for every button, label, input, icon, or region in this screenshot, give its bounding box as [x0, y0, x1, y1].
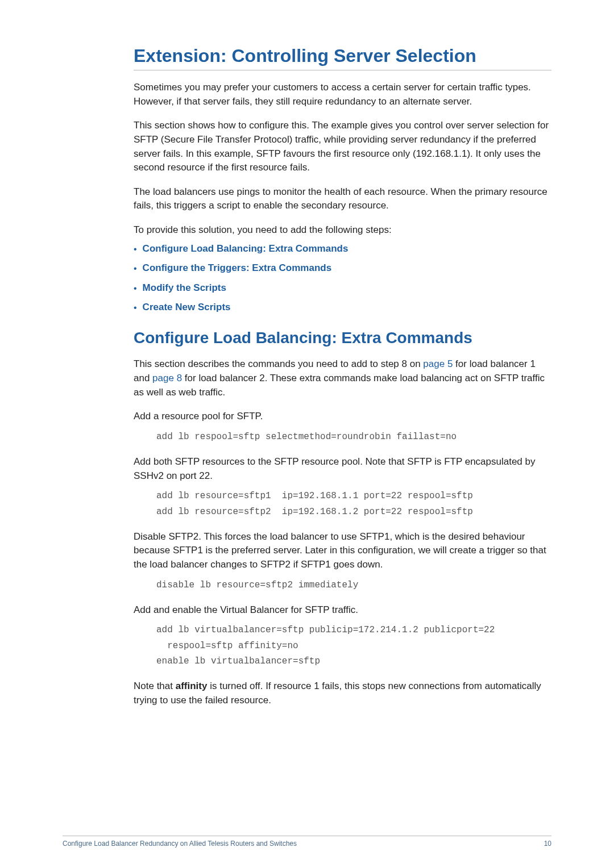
text-fragment: Note that	[134, 681, 176, 691]
instruction-add-respool: Add a resource pool for SFTP.	[134, 410, 551, 424]
list-item: • Configure the Triggers: Extra Commands	[134, 262, 551, 275]
step-link-configure-load-balancing[interactable]: Configure Load Balancing: Extra Commands	[143, 243, 349, 254]
code-block-resources: add lb resource=sftp1 ip=192.168.1.1 por…	[156, 489, 551, 519]
page-footer: Configure Load Balancer Redundancy on Al…	[63, 836, 551, 848]
intro-paragraph-1: Sometimes you may prefer your customers …	[134, 81, 551, 108]
text-fragment: for load balancer 2. These extra command…	[134, 373, 545, 398]
instruction-virtual-balancer: Add and enable the Virtual Balancer for …	[134, 603, 551, 617]
list-item: • Create New Scripts	[134, 302, 551, 314]
section-heading: Extension: Controlling Server Selection	[134, 45, 551, 66]
instruction-add-resources: Add both SFTP resources to the SFTP reso…	[134, 455, 551, 483]
code-block-virtual-balancer: add lb virtualbalancer=sftp publicip=172…	[156, 623, 551, 669]
instruction-disable-sftp2: Disable SFTP2. This forces the load bala…	[134, 530, 551, 572]
bullet-icon: •	[134, 262, 137, 275]
list-item: • Modify the Scripts	[134, 282, 551, 295]
list-item: • Configure Load Balancing: Extra Comman…	[134, 243, 551, 256]
intro-paragraph-2: This section shows how to configure this…	[134, 119, 551, 175]
page-link-8[interactable]: page 8	[152, 373, 182, 383]
footer-page-number: 10	[544, 840, 551, 848]
heading-underline	[134, 70, 551, 70]
step-link-modify-scripts[interactable]: Modify the Scripts	[143, 282, 226, 294]
bold-term-affinity: affinity	[176, 681, 208, 691]
affinity-note: Note that affinity is turned off. If res…	[134, 679, 551, 707]
steps-intro: To provide this solution, you need to ad…	[134, 223, 551, 237]
steps-list: • Configure Load Balancing: Extra Comman…	[134, 243, 551, 315]
page-link-5[interactable]: page 5	[423, 358, 453, 369]
intro-paragraph-3: The load balancers use pings to monitor …	[134, 185, 551, 213]
bullet-icon: •	[134, 302, 137, 314]
code-block-disable: disable lb resource=sftp2 immediately	[156, 578, 551, 593]
footer-title: Configure Load Balancer Redundancy on Al…	[63, 840, 297, 848]
footer-rule	[63, 836, 551, 836]
code-block-respool: add lb respool=sftp selectmethod=roundro…	[156, 429, 551, 445]
bullet-icon: •	[134, 282, 137, 295]
subsection-intro: This section describes the commands you …	[134, 357, 551, 399]
subsection-heading: Configure Load Balancing: Extra Commands	[134, 329, 551, 347]
step-link-configure-triggers[interactable]: Configure the Triggers: Extra Commands	[143, 262, 332, 274]
step-link-create-new-scripts[interactable]: Create New Scripts	[143, 302, 231, 313]
text-fragment: This section describes the commands you …	[134, 358, 423, 369]
bullet-icon: •	[134, 243, 137, 256]
